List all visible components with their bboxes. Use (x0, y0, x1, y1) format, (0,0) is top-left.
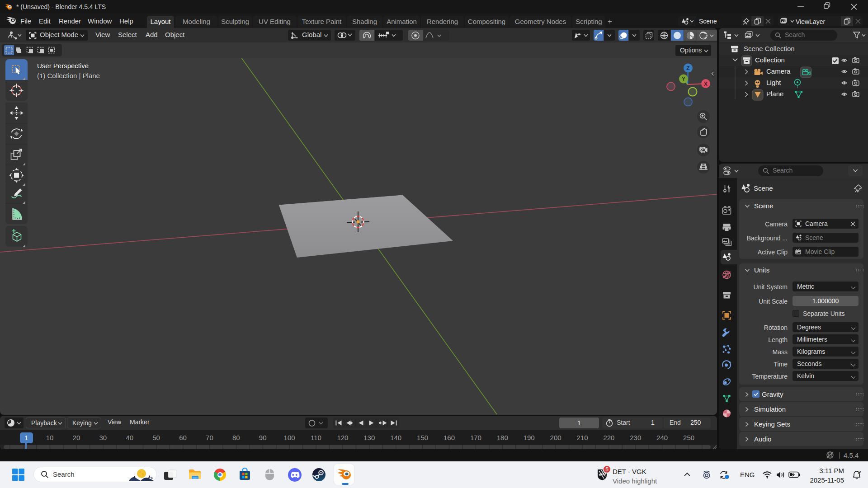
svg-text:Z: Z (686, 65, 689, 71)
svg-text:Scene Collection: Scene Collection (744, 45, 795, 52)
svg-text:Plane: Plane (766, 90, 783, 98)
svg-text:Collection: Collection (755, 56, 785, 64)
svg-text:Y: Y (682, 76, 685, 82)
svg-text:Light: Light (766, 79, 781, 86)
svg-text:z: z (859, 470, 861, 473)
svg-text:X: X (704, 81, 708, 87)
svg-text:Camera: Camera (766, 67, 791, 75)
